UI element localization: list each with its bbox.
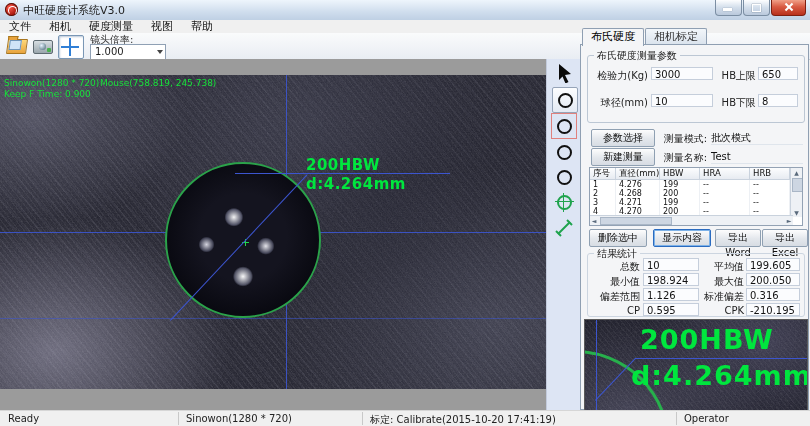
cell: -- xyxy=(750,198,790,207)
camera-live-view[interactable]: Sinowon(1280 * 720) Mouse(758.819, 245.7… xyxy=(0,75,546,389)
keep-time-overlay: Keep F Time: 0.900 xyxy=(4,89,91,99)
test-force-label: 检验力(Kg) xyxy=(592,69,648,83)
circle-tool-2-button[interactable] xyxy=(552,114,576,138)
cell: 3 xyxy=(590,198,616,207)
crosshair-toggle-button[interactable] xyxy=(58,35,84,59)
camera-area: Sinowon(1280 * 720) Mouse(758.819, 245.7… xyxy=(0,59,546,410)
panel-tabs: 布氏硬度 相机标定 xyxy=(582,28,708,45)
menu-file[interactable]: 文件 xyxy=(0,20,40,33)
lens-zoom-select[interactable]: 1.000 xyxy=(90,44,166,60)
select-tool-button[interactable] xyxy=(552,61,576,85)
minimize-button[interactable] xyxy=(715,0,742,16)
results-table[interactable]: 序号 直径(mm) HBW HRA HRB 1 4.276 199 -- -- … xyxy=(589,167,803,226)
stat-label: 最大值 xyxy=(696,275,744,289)
stat-range-value: 1.126 xyxy=(643,288,699,301)
cell: -- xyxy=(750,180,790,189)
table-row[interactable]: 3 4.271 199 -- -- xyxy=(590,198,802,207)
stat-label: 最小值 xyxy=(588,275,640,289)
menu-help[interactable]: 帮助 xyxy=(182,20,222,33)
delete-selected-button[interactable]: 删除选中 xyxy=(589,229,647,247)
menu-camera[interactable]: 相机 xyxy=(40,20,80,33)
scroll-left-icon: ◄ xyxy=(590,217,598,224)
table-row[interactable]: 1 4.276 199 -- -- xyxy=(590,180,802,189)
camera-icon xyxy=(33,40,53,54)
circle-tool-4-button[interactable] xyxy=(552,165,576,189)
stat-cpk-value: -210.195 xyxy=(746,303,800,316)
tab-camera-calibration[interactable]: 相机标定 xyxy=(645,28,707,45)
hb-upper-label: HB上限 xyxy=(718,69,756,83)
cursor-arrow-icon xyxy=(555,63,573,83)
menu-hardness-measure[interactable]: 硬度测量 xyxy=(80,20,142,33)
hb-upper-field[interactable]: 650 xyxy=(758,67,798,80)
restore-button[interactable] xyxy=(743,0,770,16)
stat-label: 偏差范围 xyxy=(588,290,640,304)
stat-label: 标准偏差 xyxy=(696,290,744,304)
document-icon xyxy=(9,40,22,50)
settings-panel: 布氏硬度 相机标定 布氏硬度测量参数 检验力(Kg) 3000 HB上限 650… xyxy=(580,28,810,410)
cell: 1 xyxy=(590,180,616,189)
param-select-button[interactable]: 参数选择 xyxy=(591,129,655,147)
cell: -- xyxy=(750,189,790,198)
col-hra: HRA xyxy=(700,168,750,179)
table-horizontal-scrollbar[interactable]: ◄ ► xyxy=(590,215,793,225)
scrollbar-thumb[interactable] xyxy=(792,178,803,192)
title-bar: 中旺硬度计系统V3.0 xyxy=(0,0,810,21)
ball-diameter-field[interactable]: 10 xyxy=(651,94,713,107)
test-force-field[interactable]: 3000 xyxy=(651,67,713,80)
scroll-up-icon: ▲ xyxy=(791,169,802,176)
new-measure-button[interactable]: 新建测量 xyxy=(591,148,655,166)
cell: -- xyxy=(700,180,750,189)
indent-zoom-preview[interactable]: 200HBW d:4.264mm xyxy=(584,319,808,423)
stat-min-value: 198.924 xyxy=(643,273,699,286)
params-group-title: 布氏硬度测量参数 xyxy=(594,49,680,63)
status-calibration: 标定: Calibrate(2015-10-20 17:41:19) xyxy=(370,413,556,426)
preview-hardness-text: 200HBW xyxy=(640,324,774,355)
stat-label: 总数 xyxy=(588,260,640,274)
measure-mode-value: 批次模式 xyxy=(711,131,803,145)
menu-view[interactable]: 视图 xyxy=(142,20,182,33)
col-hrb: HRB xyxy=(750,168,790,179)
circle-measure-icon xyxy=(558,93,573,108)
app-window: 中旺硬度计系统V3.0 文件 相机 硬度测量 视图 帮助 镜头倍率: 1.000 xyxy=(0,0,810,426)
export-word-button[interactable]: 导出Word xyxy=(715,229,761,247)
show-content-button[interactable]: 显示内容 xyxy=(653,229,711,247)
capture-button[interactable] xyxy=(31,35,55,57)
col-diameter: 直径(mm) xyxy=(616,168,660,179)
tab-brinell-hardness[interactable]: 布氏硬度 xyxy=(582,28,644,46)
cell: 200 xyxy=(660,189,700,198)
open-file-button[interactable] xyxy=(5,35,29,57)
scrollbar-thumb[interactable] xyxy=(600,217,672,225)
preview-vertical-line xyxy=(596,320,597,423)
circle-tool-3-button[interactable] xyxy=(552,140,576,164)
diameter-annotation: d:4.264mm xyxy=(306,175,406,193)
status-bar: Ready Sinowon(1280 * 720) 标定: Calibrate(… xyxy=(0,410,810,426)
auto-circle-tool-button[interactable] xyxy=(552,190,576,214)
folder-open-icon xyxy=(6,39,28,54)
measure-name-field[interactable]: Test xyxy=(711,150,803,164)
hardness-annotation: 200HBW xyxy=(306,156,380,174)
lens-zoom-value: 1.000 xyxy=(95,46,124,57)
measure-name-label: 测量名称: xyxy=(663,151,707,165)
stats-group-title: 结果统计 xyxy=(594,247,640,261)
close-button[interactable] xyxy=(771,0,806,16)
stat-stddev-value: 0.316 xyxy=(746,288,800,301)
hb-lower-field[interactable]: 8 xyxy=(758,94,798,107)
ball-diameter-label: 球径(mm) xyxy=(592,96,648,110)
cell: 4.268 xyxy=(616,189,660,198)
status-ready: Ready xyxy=(8,413,39,424)
export-excel-button[interactable]: 导出Excel xyxy=(762,229,808,247)
angle-tool-button[interactable] xyxy=(552,216,576,240)
status-operator: Operator xyxy=(684,413,729,424)
tangent-horizontal-line xyxy=(0,318,546,319)
col-hbw: HBW xyxy=(660,168,700,179)
restore-icon xyxy=(752,4,761,12)
table-row[interactable]: 2 4.268 200 -- -- xyxy=(590,189,802,198)
window-title: 中旺硬度计系统V3.0 xyxy=(23,3,125,18)
table-vertical-scrollbar[interactable]: ▲ ▼ xyxy=(790,168,802,217)
circle-measure-icon xyxy=(557,119,572,134)
stat-label: CPK xyxy=(696,305,744,316)
angle-measure-icon xyxy=(555,219,573,237)
scroll-right-icon: ► xyxy=(785,217,793,224)
cell: -- xyxy=(700,198,750,207)
circle-tool-1-button[interactable] xyxy=(552,87,578,113)
